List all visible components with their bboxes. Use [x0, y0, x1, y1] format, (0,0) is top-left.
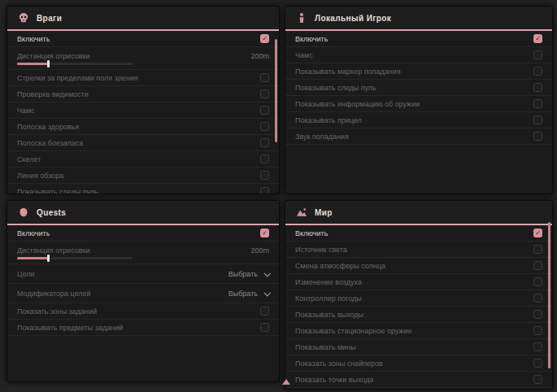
toggle-row[interactable]: Включить — [285, 225, 552, 242]
setting-label: Показать зоны заданий — [17, 307, 97, 316]
checkbox[interactable] — [533, 34, 542, 43]
checkbox[interactable] — [533, 277, 542, 286]
checkbox[interactable] — [533, 67, 542, 76]
slider-thumb[interactable] — [47, 60, 50, 68]
panel-title: Локальный Игрок — [315, 14, 391, 23]
toggle-row[interactable]: Линия обзора — [7, 168, 279, 184]
checkbox[interactable] — [533, 245, 542, 254]
setting-label: Дистанция отрисовки — [17, 246, 90, 255]
panel-quests-header[interactable]: Quests — [7, 201, 279, 225]
checkbox[interactable] — [260, 229, 269, 237]
setting-label: Смена атмосферы солнца — [295, 262, 385, 270]
setting-label: Показывать выходы — [295, 311, 363, 319]
slider-row: Дистанция отрисовки200m — [7, 47, 279, 70]
dropdown-row: Модификатора целейВыбрать — [7, 284, 279, 303]
setting-label: Чамс — [295, 51, 313, 59]
toggle-row[interactable]: Проверка видимости — [7, 86, 279, 102]
toggle-row[interactable]: Показывать информацию об оружии — [285, 96, 552, 112]
toggle-row[interactable]: Показать зоны заданий — [7, 303, 279, 320]
scrollbar[interactable] — [275, 39, 277, 142]
checkbox[interactable] — [260, 89, 269, 98]
checkbox[interactable] — [260, 122, 269, 131]
setting-label: Включить — [295, 229, 328, 237]
checkbox[interactable] — [533, 50, 542, 59]
checkbox[interactable] — [260, 171, 269, 180]
checkbox[interactable] — [260, 106, 269, 115]
toggle-row[interactable]: Показывать маркер попадания — [285, 63, 552, 80]
setting-label: Цели — [17, 270, 35, 278]
panel-local-player-header[interactable]: Локальный Игрок — [285, 7, 552, 31]
toggle-row[interactable]: Показать точки выхода — [285, 372, 552, 388]
panel-quests: Quests ВключитьДистанция отрисовки200mЦе… — [7, 200, 280, 382]
quest-icon — [18, 207, 29, 218]
toggle-row[interactable]: Показывать предметы заданий — [7, 320, 279, 336]
dropdown-select[interactable]: Выбрать — [228, 290, 269, 298]
checkbox[interactable] — [260, 73, 269, 82]
toggle-row[interactable]: Изменение воздуха — [285, 274, 552, 290]
chevron-down-icon — [263, 290, 270, 296]
toggle-row[interactable]: Показывать прицел — [285, 112, 552, 128]
checkbox[interactable] — [533, 229, 542, 237]
checkbox[interactable] — [533, 326, 542, 335]
toggle-row[interactable]: Показывать стационарное оружие — [285, 323, 552, 339]
panel-enemies-header[interactable]: Враги — [7, 7, 279, 31]
slider-track[interactable] — [17, 63, 133, 65]
toggle-row[interactable]: Показывать выходы — [285, 307, 552, 323]
slider-thumb[interactable] — [47, 255, 50, 262]
panel-enemies: Враги ВключитьДистанция отрисовки200mСтр… — [7, 6, 280, 194]
mountain-icon — [296, 207, 307, 218]
cursor-triangle — [282, 379, 290, 385]
checkbox[interactable] — [533, 261, 542, 270]
setting-label: Модификатора целей — [17, 290, 91, 298]
toggle-row[interactable]: Стрелки за пределами поля зрения — [7, 70, 279, 86]
toggle-row[interactable]: Включить — [7, 31, 279, 47]
setting-label: Изменение воздуха — [295, 278, 362, 286]
toggle-row[interactable]: Полоска боезапаса — [7, 135, 279, 151]
toggle-row[interactable]: Показывать следы пуль — [7, 184, 279, 194]
checkbox[interactable] — [533, 99, 542, 108]
setting-label: Показывать стационарное оружие — [295, 327, 412, 335]
setting-label: Чамс — [17, 107, 35, 115]
checkbox[interactable] — [533, 83, 542, 92]
checkbox[interactable] — [260, 323, 269, 332]
panel-world-header[interactable]: Мир — [285, 201, 552, 225]
setting-label: Источник света — [295, 246, 347, 254]
setting-label: Линия обзора — [17, 172, 63, 180]
scrollbar[interactable] — [548, 222, 550, 368]
setting-label: Показать зоны снайперов — [295, 359, 383, 368]
toggle-row[interactable]: Полоска здоровья — [7, 119, 279, 135]
slider-track[interactable] — [17, 257, 133, 259]
dropdown-select[interactable]: Выбрать — [228, 270, 269, 278]
setting-label: Показывать мины — [295, 343, 356, 351]
toggle-row[interactable]: Источник света — [285, 242, 552, 258]
setting-label: Стрелки за пределами поля зрения — [17, 74, 138, 82]
checkbox[interactable] — [533, 359, 542, 368]
checkbox[interactable] — [533, 115, 542, 124]
checkbox[interactable] — [260, 155, 269, 163]
toggle-row[interactable]: Показывать следы пуль — [285, 80, 552, 96]
checkbox[interactable] — [533, 132, 542, 141]
checkbox[interactable] — [533, 375, 542, 384]
toggle-row[interactable]: Чамс — [7, 102, 279, 119]
checkbox[interactable] — [260, 307, 269, 316]
setting-label: Показывать предметы заданий — [17, 324, 123, 332]
checkbox[interactable] — [533, 342, 542, 351]
toggle-row[interactable]: Включить — [285, 31, 552, 47]
checkbox[interactable] — [260, 138, 269, 147]
toggle-row[interactable]: Чамс — [285, 47, 552, 63]
panel-local-player: Локальный Игрок ВключитьЧамсПоказывать м… — [285, 6, 553, 194]
toggle-row[interactable]: Включить — [7, 225, 279, 242]
checkbox[interactable] — [260, 34, 269, 43]
toggle-row[interactable]: Показывать мины — [285, 339, 552, 355]
checkbox[interactable] — [260, 187, 269, 194]
toggle-row[interactable]: Контроллер погоды — [285, 290, 552, 307]
toggle-row[interactable]: Скелет — [7, 151, 279, 168]
toggle-row[interactable]: Показать зоны снайперов — [285, 355, 552, 372]
checkbox[interactable] — [533, 310, 542, 319]
checkbox[interactable] — [533, 294, 542, 303]
person-icon — [296, 12, 307, 24]
setting-label: Показывать следы пуль — [295, 84, 376, 92]
panel-world: Мир ВключитьИсточник светаСмена атмосфер… — [285, 200, 553, 390]
toggle-row[interactable]: Смена атмосферы солнца — [285, 258, 552, 274]
toggle-row[interactable]: Звук попадания — [285, 128, 552, 145]
